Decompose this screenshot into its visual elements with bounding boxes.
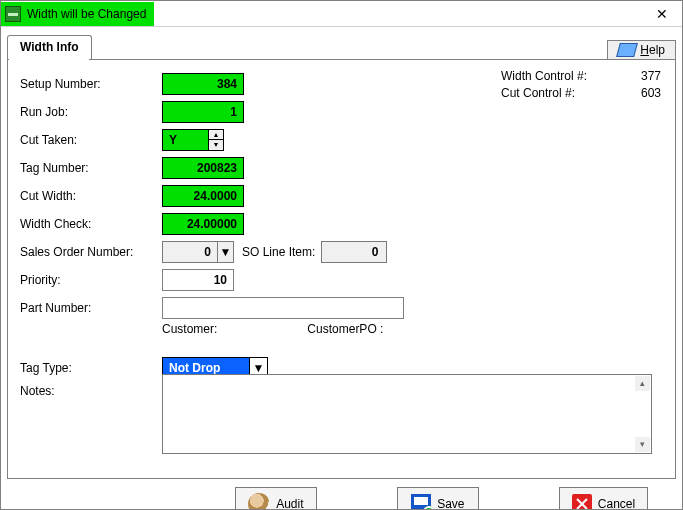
cut-width-label: Cut Width: bbox=[20, 189, 162, 203]
sales-order-number-label: Sales Order Number: bbox=[20, 245, 162, 259]
spinner-up-icon[interactable]: ▲ bbox=[209, 130, 223, 140]
bottom-button-bar: Audit Save Cancel bbox=[7, 487, 676, 510]
width-control-value: 377 bbox=[641, 68, 661, 85]
audit-button[interactable]: Audit bbox=[235, 487, 317, 510]
customer-label: Customer: bbox=[162, 322, 217, 344]
setup-number-field[interactable]: 384 bbox=[162, 73, 244, 95]
width-control-label: Width Control #: bbox=[501, 68, 587, 85]
save-button[interactable]: Save bbox=[397, 487, 479, 510]
title-area: Width will be Changed bbox=[1, 2, 154, 26]
cancel-button[interactable]: Cancel bbox=[559, 487, 648, 510]
window-title: Width will be Changed bbox=[27, 7, 146, 21]
so-line-item-label: SO Line Item: bbox=[242, 245, 315, 259]
cut-control-value: 603 bbox=[641, 85, 661, 102]
so-line-item-field[interactable]: 0 bbox=[321, 241, 387, 263]
sales-order-number-value: 0 bbox=[163, 245, 217, 259]
cut-taken-spinner[interactable]: Y ▲ ▼ bbox=[162, 129, 224, 151]
cancel-icon bbox=[572, 494, 592, 510]
help-icon bbox=[616, 43, 638, 57]
cut-taken-value: Y bbox=[163, 133, 208, 147]
help-label-rest: elp bbox=[649, 43, 665, 57]
run-job-field[interactable]: 1 bbox=[162, 101, 244, 123]
sales-order-number-field[interactable]: 0 ▼ bbox=[162, 241, 234, 263]
tab-row: Width Info Help bbox=[7, 33, 676, 59]
app-icon bbox=[5, 6, 21, 22]
tab-width-info[interactable]: Width Info bbox=[7, 35, 92, 59]
dropdown-icon[interactable]: ▼ bbox=[217, 242, 233, 262]
run-job-label: Run Job: bbox=[20, 105, 162, 119]
close-button[interactable]: ✕ bbox=[642, 1, 682, 27]
close-icon: ✕ bbox=[656, 6, 668, 22]
notes-textarea[interactable]: ▴ ▾ bbox=[162, 374, 652, 454]
scroll-up-icon[interactable]: ▴ bbox=[635, 376, 650, 391]
part-number-field[interactable] bbox=[162, 297, 404, 319]
cut-width-field[interactable]: 24.0000 bbox=[162, 185, 244, 207]
width-check-label: Width Check: bbox=[20, 217, 162, 231]
priority-field[interactable]: 10 bbox=[162, 269, 234, 291]
width-check-field[interactable]: 24.00000 bbox=[162, 213, 244, 235]
priority-label: Priority: bbox=[20, 273, 162, 287]
tab-label: Width Info bbox=[20, 40, 79, 54]
cut-taken-label: Cut Taken: bbox=[20, 133, 162, 147]
right-metrics: Width Control #: 377 Cut Control #: 603 bbox=[501, 68, 661, 102]
customer-po-label: CustomerPO : bbox=[307, 322, 383, 344]
tag-number-field[interactable]: 200823 bbox=[162, 157, 244, 179]
titlebar: Width will be Changed ✕ bbox=[1, 1, 682, 27]
help-button[interactable]: Help bbox=[607, 40, 676, 60]
part-number-label: Part Number: bbox=[20, 301, 162, 315]
notes-label: Notes: bbox=[20, 382, 162, 398]
spinner-down-icon[interactable]: ▼ bbox=[209, 140, 223, 150]
tag-number-label: Tag Number: bbox=[20, 161, 162, 175]
audit-label: Audit bbox=[276, 497, 303, 510]
cut-control-label: Cut Control #: bbox=[501, 85, 575, 102]
audit-icon bbox=[248, 493, 270, 510]
setup-number-label: Setup Number: bbox=[20, 77, 162, 91]
scroll-down-icon[interactable]: ▾ bbox=[635, 437, 650, 452]
tag-type-label: Tag Type: bbox=[20, 361, 162, 375]
save-icon bbox=[411, 494, 431, 510]
width-info-panel: Width Control #: 377 Cut Control #: 603 … bbox=[7, 59, 676, 479]
